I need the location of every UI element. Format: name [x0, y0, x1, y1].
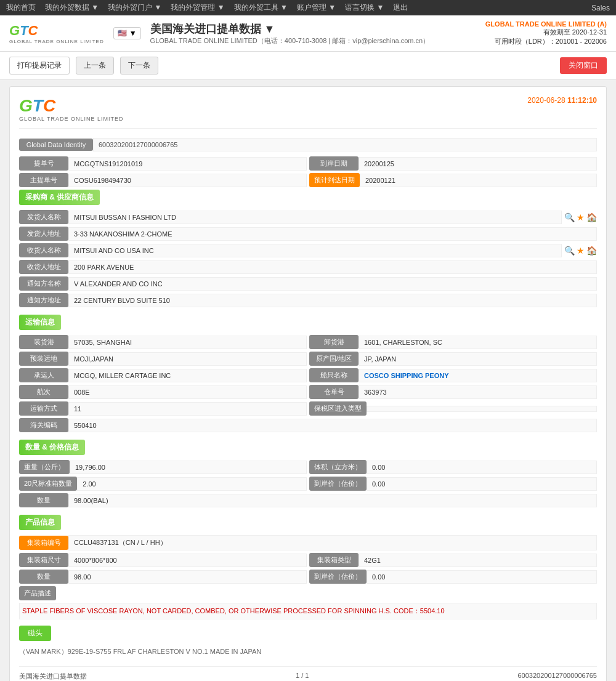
quantity-price-header: 数量 & 价格信息: [19, 440, 85, 455]
nav-manage[interactable]: 我的外贸管理 ▼: [171, 2, 224, 13]
notify-name-row: 通知方名称 V ALEXANDER AND CO INC: [19, 276, 597, 291]
planned-date-label: 预计到达日期: [309, 173, 360, 187]
arrival-price-value: 0.00: [367, 477, 597, 491]
nav-portal[interactable]: 我的外贸门户 ▼: [108, 2, 161, 13]
record-logo: GTC GLOBAL TRADE ONLINE LIMITED: [19, 96, 124, 122]
product-qty-value: 98.00: [68, 570, 307, 584]
buyer-supplier-section: 采购商 & 供应商信息 发货人名称 MITSUI BUSSAN I FASHIO…: [19, 190, 597, 307]
flag-selector[interactable]: 🇺🇸 ▼: [113, 27, 141, 39]
company-name: GLOBAL TRADE ONLINE LIMITED (A): [485, 20, 607, 28]
vessel-label: 船只名称: [309, 368, 359, 382]
home-icon[interactable]: 🏠: [586, 212, 597, 222]
arrival-date-label: 到岸日期: [309, 156, 359, 171]
bill-lading-label: 仓单号: [309, 385, 359, 399]
home-icon[interactable]: 🏠: [586, 246, 597, 256]
transport-fields-1: 装货港 57035, SHANGHAI 卸货港 1601, CHARLESTON…: [19, 335, 597, 349]
identity-row: Global Data Identity 6003202001270000067…: [19, 138, 597, 151]
product-desc-text: STAPLE FIBERS OF VISCOSE RAYON, NOT CARD…: [19, 603, 597, 619]
product-desc-area: 产品描述 STAPLE FIBERS OF VISCOSE RAYON, NOT…: [19, 586, 597, 619]
arrival-price-field: 到岸价（估价） 0.00: [309, 477, 597, 491]
carrier-field: 承运人 MCGQ, MILLER CARTAGE INC: [19, 368, 307, 382]
product-info-section: 产品信息 集装箱编号 CCLU4837131（CN / L / HH） 集装箱尺…: [19, 515, 597, 659]
loading-port-field: 装货港 57035, SHANGHAI: [19, 335, 307, 349]
company-logo: GTC GLOBAL TRADE ONLINE LIMITED: [9, 23, 104, 44]
main-content: GTC GLOBAL TRADE ONLINE LIMITED 2020-06-…: [0, 80, 616, 681]
container-no-row: 集装箱编号 CCLU4837131（CN / L / HH）: [19, 535, 597, 550]
bill-date-fields: 提单号 MCGQTNS191201019 到岸日期 20200125: [19, 156, 597, 171]
top-toolbar: 打印提易记录 上一条 下一条 关闭窗口: [0, 52, 616, 80]
qty-price-fields-1: 重量（公斤） 19,796.00 体积（立方米） 0.00: [19, 460, 597, 474]
notify-name-label: 通知方名称: [19, 276, 68, 291]
pre-transport-field: 预装运地 MOJI,JAPAN: [19, 352, 307, 366]
loading-port-label: 装货港: [19, 335, 68, 349]
identity-value: 600320200127000006765: [93, 138, 597, 151]
flag-icon: 🇺🇸: [118, 29, 127, 38]
nav-sales: Sales: [591, 4, 610, 12]
transport-fields-4: 航次 008E 仓单号 363973: [19, 385, 597, 399]
notify-name-value: V ALEXANDER AND CO INC: [68, 277, 597, 291]
consignee-name-value: MITSUI AND CO USA INC: [68, 244, 562, 257]
van-mark: （VAN MARK）929E-19-S755 FRL AF CHARLESTON…: [19, 645, 597, 659]
pre-transport-label: 预装运地: [19, 352, 68, 366]
product-info-header: 产品信息: [19, 515, 61, 530]
container-no-value: CCLU4837131（CN / L / HH）: [68, 535, 597, 550]
nav-account[interactable]: 账户管理 ▼: [297, 2, 336, 13]
arrival-date-value: 20200125: [359, 157, 597, 171]
source-button[interactable]: 磁头: [19, 626, 51, 641]
container-size-label: 集装箱尺寸: [19, 553, 68, 567]
consignee-actions: 🔍 ★ 🏠: [564, 246, 597, 256]
container-type-field: 集装箱类型 42G1: [309, 553, 597, 567]
arrival-date-field: 到岸日期 20200125: [309, 156, 597, 171]
notify-addr-row: 通知方地址 22 CENTURY BLVD SUITE 510: [19, 293, 597, 307]
header-left: GTC GLOBAL TRADE ONLINE LIMITED 🇺🇸 ▼ 美国海…: [9, 22, 429, 46]
container-type-value: 42G1: [359, 554, 597, 567]
star-icon[interactable]: ★: [577, 212, 585, 222]
star-icon[interactable]: ★: [577, 246, 585, 256]
print-button-top[interactable]: 打印提易记录: [9, 57, 70, 75]
quantity-value: 98.00(BAL): [68, 494, 597, 507]
contact-info: GLOBAL TRADE ONLINE LIMITED（电话：400-710-3…: [150, 36, 430, 46]
next-button-top[interactable]: 下一条: [120, 57, 158, 75]
master-bill-value: COSU6198494730: [68, 174, 307, 187]
product-fields-2: 数量 98.00 到岸价（估价） 0.00: [19, 570, 597, 584]
nav-items: 我的首页 我的外贸数据 ▼ 我的外贸门户 ▼ 我的外贸管理 ▼ 我的外贸工具 ▼…: [6, 2, 408, 13]
origin-country-label: 原产国/地区: [309, 352, 359, 366]
product-price-field: 到岸价（估价） 0.00: [309, 570, 597, 584]
unloading-port-label: 卸货港: [309, 335, 359, 349]
bill-lading-value: 363973: [359, 385, 597, 399]
close-button-top[interactable]: 关闭窗口: [560, 57, 607, 74]
nav-logout[interactable]: 退出: [393, 2, 408, 13]
bill-no-label: 提单号: [19, 156, 68, 171]
vessel-field: 船只名称 COSCO SHIPPING PEONY: [309, 368, 597, 382]
search-icon[interactable]: 🔍: [564, 212, 575, 222]
product-price-value: 0.00: [367, 570, 597, 584]
record-footer-id: 600320200127000006765: [518, 672, 597, 681]
record-pagination: 1 / 1: [296, 672, 309, 681]
product-price-label: 到岸价（估价）: [309, 570, 367, 584]
shipper-name-row: 发货人名称 MITSUI BUSSAN I FASHION LTD 🔍 ★ 🏠: [19, 210, 597, 224]
voyage-label: 航次: [19, 385, 68, 399]
prev-button-top[interactable]: 上一条: [76, 57, 114, 75]
quantity-price-section: 数量 & 价格信息 重量（公斤） 19,796.00 体积（立方米） 0.00 …: [19, 440, 597, 507]
record-header: GTC GLOBAL TRADE ONLINE LIMITED 2020-06-…: [19, 96, 597, 129]
search-icon[interactable]: 🔍: [564, 246, 575, 256]
master-bill-label: 主提单号: [19, 173, 68, 187]
vessel-value: COSCO SHIPPING PEONY: [359, 369, 597, 382]
nav-language[interactable]: 语言切换 ▼: [345, 2, 384, 13]
buyer-supplier-header: 采购商 & 供应商信息: [19, 190, 100, 205]
quantity-row: 数量 98.00(BAL): [19, 493, 597, 507]
container20-value: 2.00: [77, 477, 307, 491]
nav-tools[interactable]: 我的外贸工具 ▼: [234, 2, 288, 13]
voyage-value: 008E: [68, 385, 307, 399]
nav-home[interactable]: 我的首页: [6, 2, 36, 13]
transport-mode-value: 11: [68, 402, 307, 416]
customs-code-value: 550410: [68, 419, 597, 432]
shipper-addr-value: 3-33 NAKANOSHIMA 2-CHOME: [68, 227, 597, 241]
nav-trade-data[interactable]: 我的外贸数据 ▼: [45, 2, 99, 13]
bill-no-value: MCGQTNS191201019: [68, 157, 307, 171]
consignee-addr-value: 200 PARK AVENUE: [68, 260, 597, 274]
carrier-label: 承运人: [19, 368, 68, 382]
bill-lading-field: 仓单号 363973: [309, 385, 597, 399]
quantity-label: 数量: [19, 493, 68, 507]
notify-addr-label: 通知方地址: [19, 293, 68, 307]
